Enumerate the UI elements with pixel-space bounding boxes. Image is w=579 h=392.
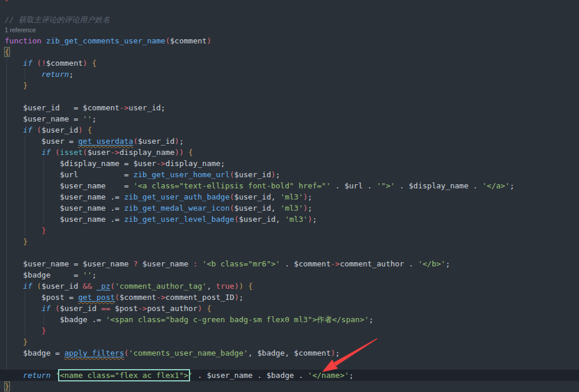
code-token (5, 81, 23, 90)
code-token: ) (331, 349, 336, 357)
code-line[interactable] (0, 91, 579, 102)
code-token: ; (308, 192, 313, 201)
code-line[interactable]: $user_id = $comment->user_id; (0, 102, 579, 113)
code-editor[interactable]: }// 获取主评论的评论用户姓名1 referencefunction zib_… (0, 0, 579, 392)
codelens-references[interactable]: 1 reference (5, 26, 36, 33)
code-line[interactable]: $user_name .= zib_get_user_auth_badge($u… (0, 191, 579, 202)
code-token: $user_id (60, 304, 101, 313)
code-token: get_userdata (78, 137, 133, 146)
code-line[interactable]: $post = get_post($comment->comment_post_… (0, 292, 579, 303)
code-line[interactable]: if ($user_id && _pz('comment_author_tag'… (0, 281, 579, 292)
code-token: ; (92, 271, 97, 279)
code-line[interactable]: } (0, 236, 579, 247)
code-line[interactable]: $user = get_userdata($user_id); (0, 136, 579, 147)
code-token (50, 304, 55, 313)
code-line[interactable]: $badge = apply_filters('comments_user_na… (0, 347, 579, 359)
code-token: 'comments_user_name_badge' (128, 349, 248, 357)
code-token: ) (78, 126, 83, 134)
code-token: -> (156, 159, 165, 168)
code-line[interactable]: function zib_get_comments_user_name($com… (0, 35, 579, 46)
code-token: '' (83, 271, 92, 279)
code-token: $user_id (138, 137, 175, 146)
code-line[interactable]: return; (0, 69, 579, 80)
code-token: $user_name = $user_name (5, 259, 133, 268)
code-token: { (87, 126, 92, 134)
highlight-box: <name class="flex ac flex1"> (60, 371, 188, 380)
code-line[interactable]: $user_name .= zib_get_user_level_badge($… (0, 214, 579, 225)
code-token (5, 148, 42, 157)
code-line[interactable]: $url = zib_get_user_home_url($user_id); (0, 169, 579, 180)
code-line[interactable]: $user_name = '<a class="text-ellipsis fo… (0, 180, 579, 191)
code-token: ) (303, 204, 308, 212)
code-line[interactable]: } (0, 336, 579, 347)
code-token: ( (37, 282, 42, 290)
code-token: ) (239, 282, 243, 290)
code-line[interactable]: $badge .= '<span class="badg c-green bad… (0, 314, 579, 325)
code-token: ; (369, 315, 374, 324)
code-token: $post = (5, 293, 78, 302)
code-token: $user_id, (234, 204, 280, 212)
code-token: 'ml3' (280, 204, 303, 212)
code-line[interactable]: $badge = ''; (0, 269, 579, 281)
code-token (5, 304, 42, 313)
code-token: if (42, 304, 51, 313)
code-token: ? (133, 259, 138, 268)
code-token: $url = (5, 170, 133, 179)
code-token: if (42, 148, 51, 157)
code-token: '<b class="mr6">' (202, 259, 280, 268)
code-line[interactable] (0, 247, 579, 258)
code-token: $user_id (42, 282, 83, 290)
code-token: . $url . (331, 181, 377, 190)
code-token: ( (110, 282, 115, 290)
code-token (32, 126, 37, 134)
code-line[interactable]: if (!$comment) { (0, 58, 579, 69)
code-token: return (23, 371, 50, 380)
code-token: $user_name = (5, 114, 83, 123)
code-area[interactable]: }// 获取主评论的评论用户姓名1 referencefunction zib_… (0, 0, 579, 392)
code-token: user_id; (128, 103, 165, 112)
code-token (5, 282, 23, 290)
code-token: display_name (120, 148, 175, 157)
code-token: '<a class="text-ellipsis font-bold" href… (133, 181, 331, 190)
code-token: return (42, 70, 69, 79)
code-line[interactable]: $user_name = ''; (0, 113, 579, 124)
code-token: true (216, 282, 234, 290)
code-line-current[interactable]: return '<name class="flex ac flex1">' . … (0, 370, 579, 381)
code-token (184, 148, 188, 157)
code-token: $comment (120, 293, 157, 302)
code-line[interactable]: // 获取主评论的评论用户姓名 (0, 14, 579, 25)
code-token (32, 282, 37, 290)
code-token: $user_id = $comment (5, 103, 120, 112)
code-line[interactable]: $user_name = $user_name ? $user_name : '… (0, 258, 579, 269)
code-token: , (206, 282, 216, 290)
code-token: ; (336, 349, 340, 357)
code-line[interactable]: } (0, 225, 579, 236)
code-line[interactable]: } (0, 325, 579, 336)
code-token: get_post (78, 293, 115, 302)
code-line[interactable] (0, 359, 579, 370)
code-token: { (188, 148, 193, 157)
code-token: $comment (46, 59, 83, 67)
code-token: ( (234, 215, 239, 224)
code-token: ; (276, 170, 280, 179)
code-token: $badge = (5, 349, 65, 357)
code-line[interactable]: { (0, 46, 579, 58)
code-line[interactable] (0, 3, 579, 14)
code-line[interactable]: } (0, 80, 579, 91)
code-line[interactable]: $display_name = $user->display_name; (0, 158, 579, 169)
code-token: '</b>' (418, 259, 445, 268)
code-token: apply_filters (65, 349, 124, 357)
code-token: } (42, 226, 46, 235)
code-line[interactable]: } (0, 381, 579, 392)
code-token (5, 226, 42, 235)
code-line[interactable]: if ($user_id == $post->post_author) { (0, 303, 579, 314)
code-line[interactable]: if ($user_id) { (0, 124, 579, 136)
code-token (5, 237, 23, 246)
code-token: ; (308, 204, 313, 212)
code-token: zib_get_user_auth_badge (124, 192, 230, 201)
code-token: -> (331, 259, 340, 268)
code-line[interactable]: $user_name .= zib_get_medal_wear_icon($u… (0, 202, 579, 214)
code-token: { (248, 282, 253, 290)
code-line[interactable]: if (isset($user->display_name)) { (0, 147, 579, 158)
code-token (5, 371, 23, 380)
